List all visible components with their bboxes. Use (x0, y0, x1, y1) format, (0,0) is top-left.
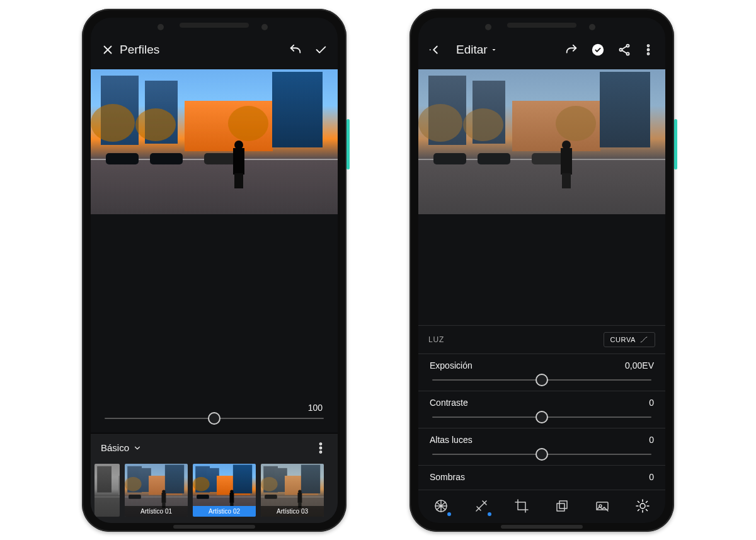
curve-button[interactable]: CURVA (604, 332, 656, 347)
earpiece (507, 23, 576, 28)
mode-label: Editar (456, 43, 488, 57)
confirm-icon[interactable] (314, 43, 328, 57)
param-label: Altas luces (430, 435, 472, 445)
svg-rect-12 (559, 501, 567, 508)
screen-edit: Editar (418, 18, 665, 523)
param-value: 0 (649, 435, 654, 445)
close-icon[interactable] (101, 43, 115, 57)
photo-viewport[interactable] (91, 63, 338, 219)
tool-dot-icon (447, 512, 451, 516)
mode-dropdown[interactable]: Editar (456, 43, 498, 57)
svg-point-7 (648, 45, 650, 47)
slider-highlights[interactable] (418, 454, 665, 455)
slider-contrast[interactable] (418, 416, 665, 418)
profile-category-label: Básico (101, 442, 129, 453)
front-sensor-dot (261, 24, 268, 30)
profile-thumb-label: Artístico 03 (261, 506, 324, 517)
tool-light-icon[interactable] (633, 497, 652, 515)
svg-point-1 (320, 447, 322, 449)
section-title: LUZ (428, 335, 444, 344)
power-button (674, 119, 677, 169)
tool-layers-icon[interactable] (553, 497, 571, 515)
earpiece (180, 23, 249, 28)
redo-icon[interactable] (564, 43, 578, 57)
svg-point-2 (320, 451, 322, 452)
photo-viewport[interactable] (418, 63, 665, 219)
svg-point-3 (592, 43, 604, 55)
slider-thumb[interactable] (536, 374, 548, 386)
profile-thumbnails[interactable]: Artístico 01 Artístico 02 Artístico 03 (91, 462, 338, 523)
svg-point-0 (320, 443, 322, 445)
phone-edit: Editar (410, 9, 674, 532)
front-camera-dot (485, 24, 491, 30)
slider-thumb[interactable] (536, 448, 548, 461)
profile-thumb-label: Artístico 02 (193, 506, 256, 517)
front-camera-dot (158, 24, 164, 30)
slider-exposure[interactable] (418, 379, 665, 381)
tool-crop-icon[interactable] (512, 497, 531, 515)
param-contrast: Contraste 0 (418, 391, 665, 428)
param-value: 0 (649, 472, 654, 482)
more-vertical-icon[interactable] (641, 43, 655, 57)
edited-photo (418, 69, 665, 214)
topbar-edit: Editar (418, 39, 665, 63)
front-sensor-dot (589, 24, 595, 30)
param-exposure: Exposición 0,00EV (418, 354, 665, 391)
edited-photo (91, 69, 338, 214)
chevron-down-icon (133, 444, 142, 452)
intensity-block: 100 (91, 400, 338, 420)
curve-button-label: CURVA (610, 336, 636, 343)
edit-toolbar (418, 490, 665, 523)
param-label: Exposición (430, 360, 472, 371)
share-icon[interactable] (617, 43, 631, 57)
param-shadows: Sombras 0 (418, 466, 665, 490)
svg-point-8 (648, 49, 650, 50)
tool-dot-icon (488, 512, 491, 516)
slider-thumb[interactable] (536, 411, 548, 423)
undo-icon[interactable] (289, 43, 302, 57)
param-value: 0 (649, 398, 654, 408)
svg-point-9 (648, 52, 650, 54)
back-icon[interactable] (428, 43, 442, 57)
svg-point-15 (640, 503, 645, 508)
tool-presets-icon[interactable] (593, 497, 612, 515)
intensity-thumb[interactable] (208, 412, 220, 425)
param-value: 0,00EV (625, 360, 654, 371)
cloud-sync-icon[interactable] (591, 43, 605, 57)
profile-category-selector[interactable]: Básico (91, 433, 338, 462)
svg-rect-11 (557, 503, 564, 511)
tool-auto-icon[interactable] (472, 497, 491, 515)
tool-profiles-icon[interactable] (432, 497, 450, 515)
profile-thumb[interactable]: Artístico 03 (261, 464, 324, 517)
profile-thumb[interactable]: Artístico 01 (125, 464, 188, 517)
param-highlights: Altas luces 0 (418, 428, 665, 466)
topbar-profiles: Perfiles (91, 39, 338, 63)
more-vertical-icon[interactable] (314, 441, 328, 455)
power-button (346, 119, 350, 169)
page-title: Perfiles (120, 43, 159, 57)
canvas-area (91, 63, 338, 400)
param-label: Contraste (430, 398, 468, 408)
phone-profiles: Perfiles 100 (82, 9, 346, 532)
intensity-slider[interactable] (91, 418, 338, 419)
param-label: Sombras (430, 472, 465, 482)
profile-thumb[interactable] (94, 464, 120, 517)
profile-thumb-label: Artístico 01 (125, 506, 188, 517)
profile-thumb-selected[interactable]: Artístico 02 (193, 464, 256, 517)
section-header-light: LUZ CURVA (418, 325, 665, 354)
screen-profiles: Perfiles 100 (91, 18, 338, 523)
